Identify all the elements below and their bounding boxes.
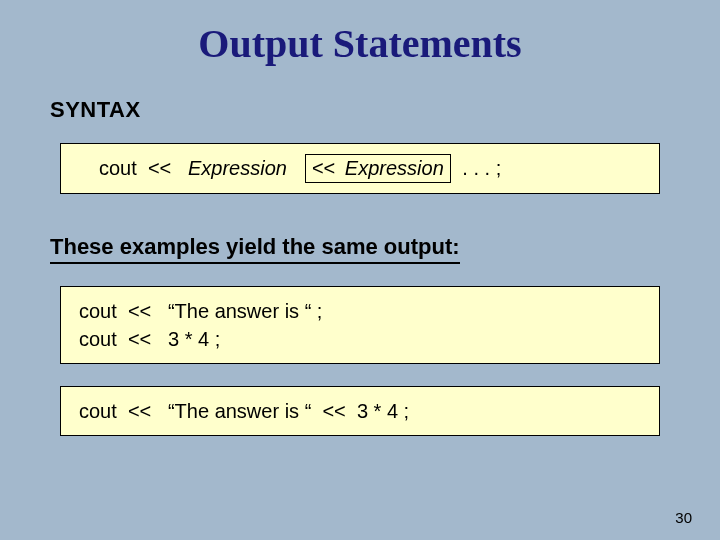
code-line: cout << “The answer is “ ; [79,297,641,325]
syntax-optional-expression: Expression [345,157,444,180]
syntax-label: SYNTAX [50,97,670,123]
example-box-1: cout << “The answer is “ ; cout << 3 * 4… [60,286,660,364]
slide: Output Statements SYNTAX cout << Express… [0,0,720,540]
syntax-expression: Expression [188,157,287,180]
code-line: cout << 3 * 4 ; [79,325,641,353]
syntax-optional-op: << [312,157,341,180]
syntax-optional-group: << Expression [305,154,451,183]
page-number: 30 [675,509,692,526]
syntax-box: cout << Expression << Expression . . . ; [60,143,660,194]
code-line: cout << “The answer is “ << 3 * 4 ; [79,397,641,425]
slide-title: Output Statements [50,20,670,67]
syntax-lead: cout << [99,157,188,180]
examples-heading: These examples yield the same output: [50,234,460,264]
example-box-2: cout << “The answer is “ << 3 * 4 ; [60,386,660,436]
syntax-tail: . . . ; [457,157,501,180]
